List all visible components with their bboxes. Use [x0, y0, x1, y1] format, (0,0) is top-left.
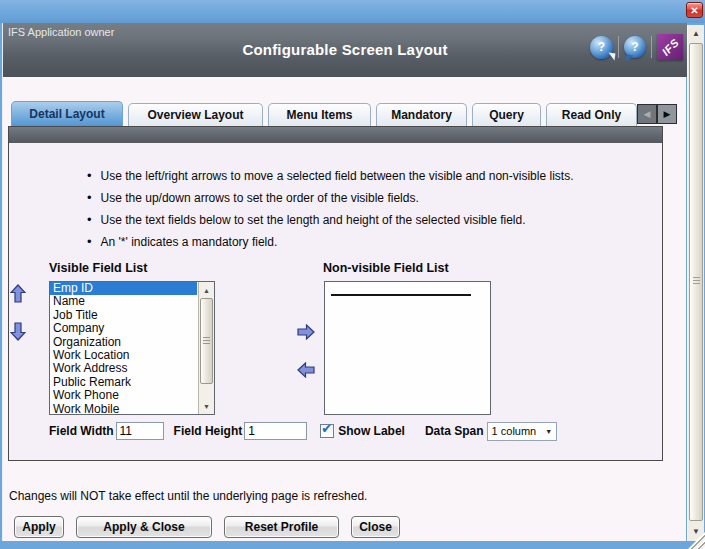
list-item[interactable]: Public Remark: [50, 376, 197, 389]
list-item[interactable]: Work Phone: [50, 389, 197, 402]
ifs-logo-text: IFS: [659, 36, 681, 58]
window-titlebar: [0, 0, 705, 23]
bullet-icon: •: [87, 214, 92, 226]
data-span-label: Data Span: [425, 424, 484, 438]
nonvisible-field-list[interactable]: [324, 281, 491, 415]
move-left-icon[interactable]: [297, 362, 315, 378]
context-help-icon[interactable]: ?: [590, 36, 613, 59]
move-up-icon[interactable]: [10, 284, 26, 303]
tab-overview-layout[interactable]: Overview Layout: [128, 103, 263, 126]
field-width-input[interactable]: [116, 422, 164, 440]
list-item[interactable]: Work Mobile: [50, 403, 197, 414]
dialog-header: IFS Application owner Configurable Scree…: [3, 23, 687, 77]
data-span-dropdown[interactable]: 1 column ▼: [487, 422, 557, 441]
instruction-text: Use the left/right arrows to move a sele…: [101, 170, 574, 183]
move-right-icon[interactable]: [297, 324, 315, 340]
icon-divider: [651, 36, 652, 58]
list-item[interactable]: Organization: [50, 336, 197, 349]
apply-button[interactable]: Apply: [14, 516, 64, 538]
visible-field-list-items: Emp ID Name Job Title Company Organizati…: [50, 282, 197, 414]
tab-scroll-left-icon[interactable]: ◀: [637, 104, 657, 124]
list-item[interactable]: Name: [50, 295, 197, 308]
list-item[interactable]: Job Title: [50, 309, 197, 322]
visible-field-list[interactable]: Emp ID Name Job Title Company Organizati…: [49, 281, 215, 415]
bullet-icon: •: [87, 236, 92, 248]
field-controls-row: Field Width Field Height ✔ Show Label Da…: [49, 421, 557, 441]
visible-list-label: Visible Field List: [49, 261, 147, 275]
field-height-input[interactable]: [244, 422, 307, 440]
app-owner-label: IFS Application owner: [8, 26, 114, 38]
show-label-label: Show Label: [338, 424, 405, 438]
tab-query[interactable]: Query: [472, 103, 541, 126]
bullet-icon: •: [87, 192, 92, 204]
dialog-content: IFS Application owner Configurable Scree…: [2, 23, 686, 541]
tab-content-panel: •Use the left/right arrows to move a sel…: [8, 126, 663, 461]
data-span-value: 1 column: [488, 425, 542, 437]
field-width-label: Field Width: [49, 424, 114, 438]
question-glyph: ?: [631, 40, 638, 54]
check-icon: ✔: [321, 421, 332, 436]
list-item[interactable]: Emp ID: [50, 282, 197, 295]
scroll-down-icon[interactable]: ▼: [199, 399, 214, 413]
tab-detail-layout[interactable]: Detail Layout: [11, 101, 123, 126]
list-scrollbar[interactable]: ▲ ▼: [198, 282, 214, 414]
reset-profile-button[interactable]: Reset Profile: [224, 516, 339, 538]
instruction-text: An '*' indicates a mandatory field.: [101, 236, 278, 249]
dialog-window: { "header": { "app_label": "IFS Applicat…: [0, 0, 705, 549]
tab-mandatory[interactable]: Mandatory: [376, 103, 467, 126]
icon-divider: [618, 36, 619, 58]
close-button[interactable]: Close: [351, 516, 400, 538]
instruction-list: •Use the left/right arrows to move a sel…: [87, 170, 573, 258]
show-label-checkbox[interactable]: ✔: [320, 424, 334, 438]
apply-close-button[interactable]: Apply & Close: [76, 516, 212, 538]
scrollbar-thumb[interactable]: [689, 43, 703, 521]
list-item[interactable]: Work Location: [50, 349, 197, 362]
bullet-icon: •: [87, 170, 92, 182]
nonvisible-list-label: Non-visible Field List: [323, 261, 449, 275]
question-glyph: ?: [598, 40, 605, 54]
field-height-label: Field Height: [174, 424, 243, 438]
help-icon[interactable]: ?: [624, 36, 646, 58]
tab-scroll-right-icon[interactable]: ▶: [657, 104, 677, 124]
list-item[interactable]: Company: [50, 322, 197, 335]
tab-read-only[interactable]: Read Only: [546, 103, 637, 126]
panel-topbar: [9, 127, 662, 143]
scrollbar-thumb[interactable]: [200, 298, 213, 384]
page-scrollbar[interactable]: ▲ ▼: [687, 25, 704, 541]
refresh-note: Changes will NOT take effect until the u…: [9, 489, 367, 503]
list-item[interactable]: Work Address: [50, 362, 197, 375]
tab-menu-items[interactable]: Menu Items: [268, 103, 371, 126]
move-down-icon[interactable]: [10, 322, 26, 341]
header-icons: ? ? IFS: [590, 34, 683, 60]
close-icon[interactable]: ✕: [686, 2, 703, 18]
ifs-logo: IFS: [657, 34, 683, 60]
scroll-up-icon[interactable]: ▲: [688, 25, 704, 41]
tab-scroll-buttons: ◀ ▶: [637, 104, 677, 124]
tab-bar: Detail Layout Overview Layout Menu Items…: [11, 101, 637, 126]
thumb-grip: [203, 337, 210, 345]
chevron-down-icon: ▼: [542, 428, 556, 435]
page-title: Configurable Screen Layout: [3, 41, 687, 58]
action-buttons: Apply Apply & Close Reset Profile Close: [14, 516, 400, 538]
thumb-grip: [693, 277, 700, 286]
scroll-up-icon[interactable]: ▲: [199, 283, 214, 297]
separator-item[interactable]: [331, 294, 471, 296]
instruction-text: Use the text fields below to set the len…: [101, 214, 526, 227]
arrow-tip-icon: [608, 52, 616, 60]
instruction-text: Use the up/down arrows to set the order …: [101, 192, 419, 205]
